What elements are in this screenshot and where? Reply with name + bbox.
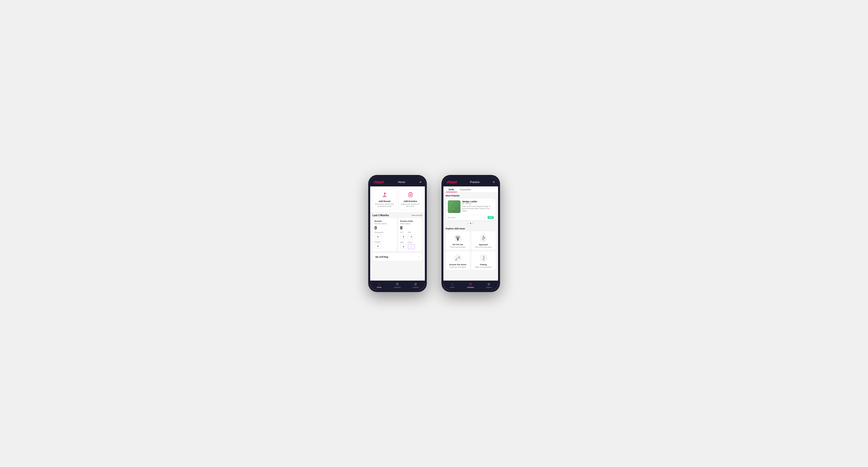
practice-capture-icon: ⊕	[487, 282, 490, 286]
app-value: 4	[408, 234, 415, 239]
practice-value: 0	[375, 244, 381, 249]
svg-point-26	[479, 254, 487, 262]
tab-favourites[interactable]: Favourites	[457, 186, 474, 192]
ott-label: OTT	[400, 231, 407, 233]
tournament-label: Tournament	[375, 231, 383, 233]
add-practice-card[interactable]: Add Practice Capture your practice off-t…	[399, 189, 423, 210]
rounds-card: Rounds Rounds Capture 0 Tournament 0 Pra…	[373, 218, 397, 251]
svg-point-14	[484, 237, 485, 238]
golf-bag-row[interactable]: My Golf Bag ›	[373, 253, 423, 260]
svg-point-11	[457, 240, 458, 241]
practice-row: Practice	[375, 241, 395, 243]
featured-footer: 9 shots APP	[446, 215, 496, 220]
practice-header: clippd Practice ≡	[443, 177, 498, 186]
arg-label: ARG	[400, 242, 407, 243]
skill-tee-title: Off The Tee	[453, 244, 463, 246]
golf-bag-arrow: ›	[418, 255, 419, 258]
practice-activities-label: Activities	[467, 286, 474, 288]
view-activity-link[interactable]: View Activity	[411, 214, 422, 216]
skill-putting-title: Putting	[480, 263, 487, 266]
capture-nav-label: Capture	[413, 286, 419, 288]
carousel-dots	[443, 222, 498, 225]
practice-logo: clippd	[447, 180, 457, 184]
svg-point-24	[459, 256, 460, 257]
explore-label: Explore skill areas	[443, 225, 498, 231]
svg-rect-3	[409, 193, 412, 197]
dot-1	[468, 223, 469, 224]
shots-dot-icon	[448, 217, 449, 218]
featured-drill-card[interactable]: 🏌️ Wedge Ladder ☆ 50–100 yds Play 1 shot…	[446, 198, 496, 220]
featured-drill-title: Wedge Ladder	[462, 200, 477, 203]
add-round-icon	[382, 192, 388, 199]
practice-nav-activities[interactable]: ⚙ Activities	[461, 282, 480, 288]
off-the-tee-icon	[454, 234, 462, 243]
skill-arg-desc: Hone your short game	[449, 266, 466, 268]
practice-content: Most Popular 🏌️ Wedge Ladder ☆	[443, 192, 498, 281]
drills-card: Practice Drills Drills Capture 8 OTT 0 A…	[398, 218, 423, 251]
home-title: Home	[398, 181, 405, 184]
putting-icon	[479, 254, 488, 262]
drills-capture-label: Drills Capture	[400, 223, 421, 224]
practice-activities-icon: ⚙	[469, 282, 472, 286]
skill-approach-title: Approach	[479, 244, 488, 246]
svg-point-4	[410, 194, 411, 196]
arg-value: 0	[400, 244, 407, 249]
stats-header: Last 3 Months View Activity	[370, 212, 425, 218]
skill-around-green[interactable]: Around The Green Hone your short game	[446, 251, 470, 270]
skill-approach[interactable]: Approach Dial-in to hit the green	[471, 231, 496, 250]
nav-home[interactable]: ⌂ Home	[370, 282, 389, 288]
drills-right-col: APP 4 PUTT 4	[408, 231, 415, 249]
menu-icon[interactable]: ≡	[420, 180, 421, 184]
activities-nav-label: Activities	[394, 286, 401, 288]
home-bottom-nav: ⌂ Home ⚙ Activities ⊕ Capture	[370, 281, 425, 290]
practice-home-icon: ⌂	[452, 282, 454, 286]
svg-point-19	[483, 239, 484, 240]
rounds-total: 0	[375, 225, 395, 230]
skill-putting[interactable]: Putting Make and lag practice	[471, 251, 496, 270]
most-popular-label: Most Popular	[443, 192, 498, 198]
practice-title: Practice	[470, 181, 480, 184]
tournament-row: Tournament	[375, 231, 395, 233]
phone-home: clippd Home ≡	[368, 175, 427, 292]
dot-3	[472, 223, 473, 224]
practice-nav-home[interactable]: ⌂ Home	[443, 282, 462, 288]
practice-menu-icon[interactable]: ≡	[493, 180, 494, 184]
home-nav-icon: ⌂	[378, 282, 380, 286]
featured-star-icon: ☆	[492, 200, 494, 203]
tab-drills[interactable]: Drills	[446, 186, 457, 192]
skill-tee-desc: Power and accuracy	[450, 246, 465, 248]
around-green-icon	[454, 254, 462, 262]
svg-rect-2	[384, 193, 385, 193]
practice-nav-capture[interactable]: ⊕ Capture	[480, 282, 498, 288]
add-round-card[interactable]: Add Round Record your shots in fast or e…	[373, 189, 397, 210]
nav-capture[interactable]: ⊕ Capture	[407, 282, 425, 288]
activities-nav-icon: ⚙	[396, 282, 399, 286]
ott-value: 0	[400, 234, 407, 239]
practice-tabs: Drills Favourites	[443, 186, 498, 192]
featured-card-inner: 🏌️ Wedge Ladder ☆ 50–100 yds Play 1 shot…	[446, 198, 496, 215]
tournament-value: 0	[375, 234, 381, 239]
skill-grid: Off The Tee Power and accuracy	[443, 231, 498, 272]
stats-cards: Rounds Rounds Capture 0 Tournament 0 Pra…	[370, 218, 425, 253]
skill-arg-title: Around The Green	[449, 263, 466, 266]
svg-point-17	[482, 239, 483, 239]
drills-total: 8	[400, 225, 421, 230]
home-header: clippd Home ≡	[370, 177, 425, 186]
practice-home-label: Home	[450, 286, 455, 288]
putt-value: 4	[408, 244, 415, 249]
golf-bag-label: My Golf Bag	[376, 256, 389, 258]
featured-drill-info: Wedge Ladder ☆ 50–100 yds Play 1 shot at…	[462, 200, 494, 213]
home-content: Add Round Record your shots in fast or e…	[370, 186, 425, 281]
featured-shots: 9 shots	[448, 217, 456, 218]
skill-off-the-tee[interactable]: Off The Tee Power and accuracy	[446, 231, 470, 250]
putt-label: PUTT	[408, 242, 415, 243]
phones-container: clippd Home ≡	[368, 175, 500, 292]
dot-2	[470, 223, 471, 224]
add-practice-title: Add Practice	[404, 200, 417, 203]
nav-activities[interactable]: ⚙ Activities	[388, 282, 407, 288]
svg-point-16	[484, 238, 484, 239]
phone-practice: clippd Practice ≡ Drills Favourites Most…	[441, 175, 500, 292]
action-cards: Add Round Record your shots in fast or e…	[370, 186, 425, 212]
featured-drill-image: 🏌️	[448, 200, 461, 213]
app-label: APP	[408, 231, 415, 233]
